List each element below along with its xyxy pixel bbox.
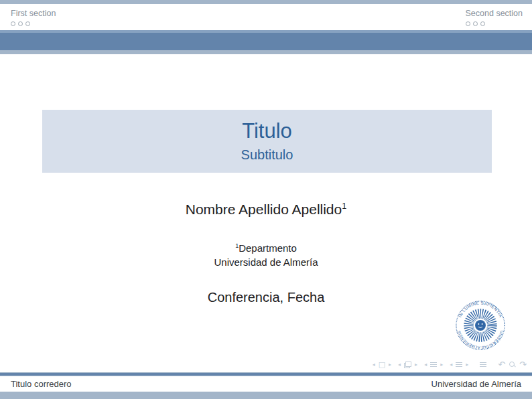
university-seal-logo: IN LUMINE SAPIENTIA UNIVERSITAS ALMERIEN… [455,300,506,351]
slide-dot[interactable] [466,21,470,26]
go-back-icon[interactable]: ↶ [498,360,505,369]
section-navigation-header: First section Second section [0,4,532,30]
footer-strip: Titulo corredero Universidad de Almería [0,376,532,392]
header-band-light [0,50,532,54]
institute-department-line: 1Departmento [0,241,532,255]
next-slide-icon[interactable]: ▸ [389,362,391,368]
nav-group-history: ↶ ↷ [498,360,527,369]
section-icon[interactable] [456,362,462,368]
nav-group-frame: ◂ ▸ [398,362,417,368]
slide-dot[interactable] [25,21,30,26]
next-frame-icon[interactable]: ▸ [415,362,417,368]
prev-subsection-icon[interactable]: ◂ [424,362,427,368]
section-label[interactable]: Second section [466,9,523,19]
author-line: Nombre Apellido Apellido1 [0,202,532,218]
nav-group-subsection: ◂ ▸ [424,362,443,368]
beamer-navigation-bar: ◂ □ ▸ ◂ ▸ ◂ ▸ ◂ ▸ ↶ ↷ [366,360,527,370]
header-band-steel [0,33,532,50]
slide-dot[interactable] [480,21,485,26]
section-nav-first[interactable]: First section [11,9,56,26]
institute-block: 1Departmento Universidad de Almería [0,241,532,269]
seal-motto-bottom: UNIVERSITAS ALMERIENSIS [457,330,504,349]
author-name: Nombre Apellido Apellido [186,202,342,217]
svg-text:UNIVERSITAS ALMERIENSIS: UNIVERSITAS ALMERIENSIS [457,330,504,349]
slide-dot[interactable] [473,21,478,26]
subsection-icon[interactable] [430,362,437,368]
prev-frame-icon[interactable]: ◂ [398,362,401,368]
seal-sun-face [475,320,486,331]
slide-icon[interactable]: □ [379,361,385,368]
conference-date-line: Conferencia, Fecha [0,289,532,305]
slide-dot[interactable] [18,21,23,26]
search-icon[interactable] [509,361,516,368]
next-section-icon[interactable]: ▸ [466,362,468,368]
prev-slide-icon[interactable]: ◂ [373,362,375,368]
presentation-subtitle: Subtitulo [241,146,293,163]
footer: Titulo corredero Universidad de Almería [0,372,532,399]
footer-institution: Universidad de Almería [431,379,521,389]
seal-sun-eye [482,323,483,325]
nav-group-slide: ◂ □ ▸ [373,361,391,368]
appendix-icon[interactable] [480,362,486,368]
author-footnote-mark: 1 [342,202,346,211]
nav-group-section: ◂ ▸ [450,362,468,368]
section-label[interactable]: First section [11,9,56,19]
frame-icon[interactable] [404,362,411,368]
nav-group-appendix [480,362,486,368]
mini-slide-dots [466,21,523,26]
slide-dot[interactable] [11,21,15,26]
title-block: Titulo Subtitulo [42,110,492,173]
presentation-title: Titulo [242,119,292,143]
footer-accent-bar [0,392,532,399]
beamer-title-slide: First section Second section Titulo Subt… [0,0,532,399]
next-subsection-icon[interactable]: ▸ [440,362,443,368]
section-nav-second[interactable]: Second section [466,9,523,26]
seal-sun-eye [478,323,479,325]
institute-university: Universidad de Almería [0,255,532,269]
mini-slide-dots [11,21,56,26]
institute-department: Departmento [239,242,297,254]
go-forward-icon[interactable]: ↷ [519,360,527,369]
prev-section-icon[interactable]: ◂ [450,362,452,368]
footer-short-title: Titulo corredero [11,379,72,389]
